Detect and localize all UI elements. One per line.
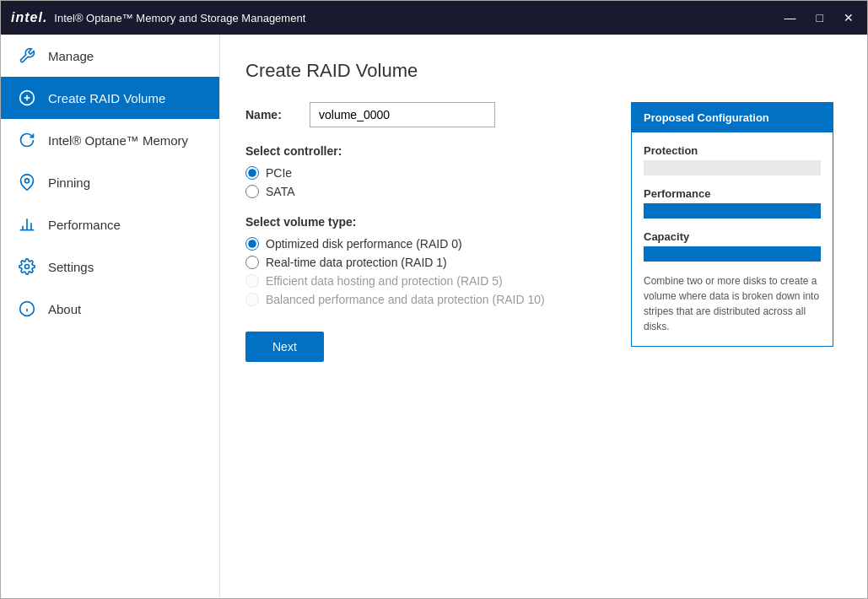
title-bar-left: intel. Intel® Optane™ Memory and Storage… [11, 10, 305, 25]
raid1-radio[interactable] [245, 256, 259, 269]
sidebar-item-manage-label: Manage [48, 49, 94, 63]
raid10-label: Balanced performance and data protection… [266, 293, 545, 306]
capacity-bar-fill [644, 246, 821, 262]
app-window: intel. Intel® Optane™ Memory and Storage… [0, 0, 868, 599]
title-bar: intel. Intel® Optane™ Memory and Storage… [1, 1, 867, 35]
sata-label: SATA [266, 185, 295, 198]
sidebar-item-manage[interactable]: Manage [1, 35, 219, 77]
svg-point-8 [25, 265, 30, 269]
sidebar-item-create-raid[interactable]: Create RAID Volume [1, 77, 219, 119]
pin-icon [18, 173, 36, 192]
raid10-option: Balanced performance and data protection… [245, 293, 614, 306]
volume-type-radio-group: Optimized disk performance (RAID 0) Real… [245, 237, 614, 306]
raid1-option[interactable]: Real-time data protection (RAID 1) [245, 256, 614, 269]
protection-label: Protection [644, 144, 821, 157]
page-title: Create RAID Volume [245, 60, 842, 82]
raid5-radio [245, 274, 259, 288]
raid10-radio [245, 293, 259, 306]
wrench-icon [18, 46, 36, 65]
content-with-panel: Name: Select controller: PCIe [245, 102, 842, 362]
volume-type-section: Select volume type: Optimized disk perfo… [245, 215, 614, 306]
sidebar-item-pinning-label: Pinning [48, 175, 90, 190]
minimize-button[interactable]: — [781, 8, 800, 27]
sidebar-item-settings-label: Settings [48, 260, 94, 274]
raid0-radio[interactable] [245, 237, 259, 251]
protection-bar [644, 160, 821, 175]
main-layout: Manage Create RAID Volume [1, 35, 867, 598]
controller-label: Select controller: [245, 144, 614, 158]
circle-arrows-icon [18, 131, 36, 149]
raid0-label: Optimized disk performance (RAID 0) [266, 237, 462, 251]
next-button[interactable]: Next [245, 332, 324, 362]
controller-section: Select controller: PCIe SATA [245, 144, 614, 198]
title-bar-title: Intel® Optane™ Memory and Storage Manage… [54, 12, 305, 24]
raid0-option[interactable]: Optimized disk performance (RAID 0) [245, 237, 614, 251]
pcie-radio[interactable] [245, 166, 259, 180]
plus-circle-icon [18, 89, 36, 107]
performance-bar-fill [644, 203, 821, 219]
pcie-option[interactable]: PCIe [245, 166, 614, 180]
capacity-bar [644, 246, 821, 262]
sata-option[interactable]: SATA [245, 185, 614, 198]
close-button[interactable]: ✕ [840, 8, 857, 27]
raid1-label: Real-time data protection (RAID 1) [266, 256, 447, 269]
sidebar: Manage Create RAID Volume [1, 35, 220, 598]
raid5-label: Efficient data hosting and protection (R… [266, 274, 503, 288]
raid5-option: Efficient data hosting and protection (R… [245, 274, 614, 288]
controller-radio-group: PCIe SATA [245, 166, 614, 198]
sidebar-item-about[interactable]: About [1, 288, 219, 330]
content-area: Create RAID Volume Name: Select controll… [220, 35, 867, 598]
sidebar-item-optane-label: Intel® Optane™ Memory [48, 133, 188, 148]
name-input[interactable] [310, 102, 495, 127]
sidebar-item-performance-label: Performance [48, 218, 121, 232]
volume-type-label: Select volume type: [245, 215, 614, 229]
info-icon [18, 300, 36, 318]
gear-icon [18, 257, 36, 276]
performance-label: Performance [644, 187, 821, 200]
sidebar-item-pinning[interactable]: Pinning [1, 161, 219, 203]
capacity-metric: Capacity [644, 230, 821, 262]
proposed-description: Combine two or more disks to create a vo… [644, 273, 821, 334]
protection-metric: Protection [644, 144, 821, 175]
proposed-panel: Proposed Configuration Protection Perfor… [631, 102, 833, 347]
sidebar-item-create-raid-label: Create RAID Volume [48, 91, 165, 105]
svg-point-3 [25, 179, 30, 183]
sidebar-item-optane-memory[interactable]: Intel® Optane™ Memory [1, 119, 219, 161]
sidebar-item-settings[interactable]: Settings [1, 246, 219, 288]
capacity-label: Capacity [644, 230, 821, 243]
chart-icon [18, 215, 36, 234]
proposed-body: Protection Performance [632, 132, 833, 346]
pcie-label: PCIe [266, 166, 292, 180]
title-bar-controls: — □ ✕ [781, 8, 857, 27]
proposed-header: Proposed Configuration [632, 103, 833, 132]
name-row: Name: [245, 102, 614, 127]
performance-metric: Performance [644, 187, 821, 219]
panel-area: Proposed Configuration Protection Perfor… [631, 102, 842, 362]
performance-bar [644, 203, 821, 219]
content-main: Name: Select controller: PCIe [245, 102, 614, 362]
maximize-button[interactable]: □ [813, 8, 827, 27]
sidebar-item-performance[interactable]: Performance [1, 203, 219, 246]
intel-logo: intel. [11, 10, 47, 25]
sata-radio[interactable] [245, 185, 259, 198]
sidebar-item-about-label: About [48, 302, 81, 316]
name-label: Name: [245, 108, 296, 121]
